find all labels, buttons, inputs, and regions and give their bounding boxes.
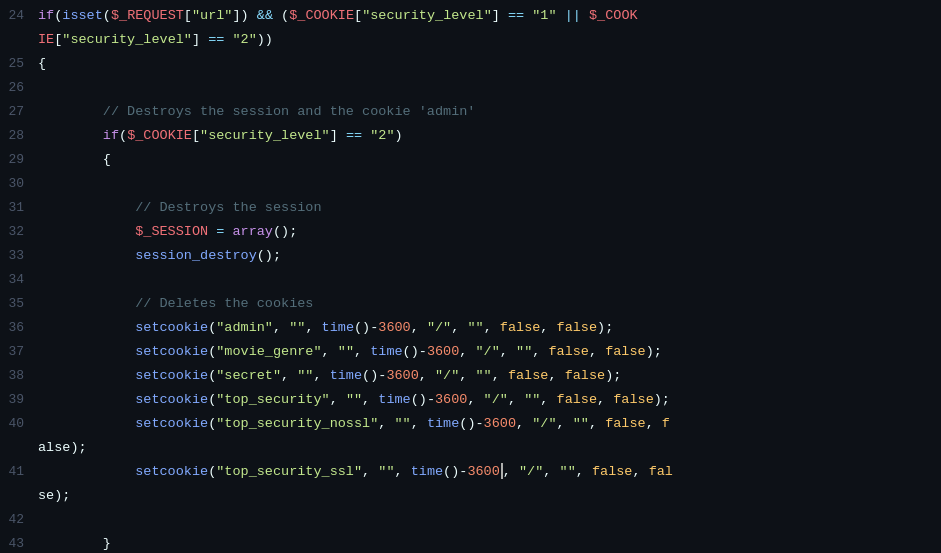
line-number: 29 (0, 148, 36, 172)
table-row: 25{ (0, 52, 941, 76)
table-row: 27 // Destroys the session and the cooki… (0, 100, 941, 124)
line-content (36, 268, 941, 292)
line-number: 37 (0, 340, 36, 364)
line-content: setcookie("movie_genre", "", time()-3600… (36, 340, 941, 364)
table-row: 43 } (0, 532, 941, 553)
line-content: se); (36, 484, 941, 508)
line-content: setcookie("secret", "", time()-3600, "/"… (36, 364, 941, 388)
table-row: 35 // Deletes the cookies (0, 292, 941, 316)
line-number: 40 (0, 412, 36, 436)
line-number: 36 (0, 316, 36, 340)
line-content: session_destroy(); (36, 244, 941, 268)
table-row: 37 setcookie("movie_genre", "", time()-3… (0, 340, 941, 364)
line-number: 28 (0, 124, 36, 148)
line-content: // Destroys the session and the cookie '… (36, 100, 941, 124)
line-number: 24 (0, 4, 36, 28)
line-content: } (36, 532, 941, 553)
table-row: 42 (0, 508, 941, 532)
line-content: setcookie("admin", "", time()-3600, "/",… (36, 316, 941, 340)
table-row: 24if(isset($_REQUEST["url"]) && ($_COOKI… (0, 4, 941, 28)
code-editor: 24if(isset($_REQUEST["url"]) && ($_COOKI… (0, 0, 941, 553)
table-row: 29 { (0, 148, 941, 172)
line-number: 30 (0, 172, 36, 196)
table-row: 31 // Destroys the session (0, 196, 941, 220)
line-content: setcookie("top_security", "", time()-360… (36, 388, 941, 412)
table-row: 36 setcookie("admin", "", time()-3600, "… (0, 316, 941, 340)
table-row: alse); (0, 436, 941, 460)
line-number: 34 (0, 268, 36, 292)
line-content: if(isset($_REQUEST["url"]) && ($_COOKIE[… (36, 4, 941, 28)
line-number: 35 (0, 292, 36, 316)
table-row: 39 setcookie("top_security", "", time()-… (0, 388, 941, 412)
line-number: 31 (0, 196, 36, 220)
line-number: 43 (0, 532, 36, 553)
line-content: { (36, 52, 941, 76)
line-content (36, 508, 941, 532)
line-number: 41 (0, 460, 36, 484)
line-content: { (36, 148, 941, 172)
line-number: 32 (0, 220, 36, 244)
line-number: 25 (0, 52, 36, 76)
table-row: IE["security_level"] == "2")) (0, 28, 941, 52)
line-content: // Destroys the session (36, 196, 941, 220)
line-number: 38 (0, 364, 36, 388)
line-number: 42 (0, 508, 36, 532)
line-content: if($_COOKIE["security_level"] == "2") (36, 124, 941, 148)
line-content: setcookie("top_security_ssl", "", time()… (36, 460, 941, 484)
line-number: 27 (0, 100, 36, 124)
table-row: 32 $_SESSION = array(); (0, 220, 941, 244)
table-row: 26 (0, 76, 941, 100)
line-content: $_SESSION = array(); (36, 220, 941, 244)
line-number: 26 (0, 76, 36, 100)
table-row: 40 setcookie("top_security_nossl", "", t… (0, 412, 941, 436)
table-row: 34 (0, 268, 941, 292)
line-content: // Deletes the cookies (36, 292, 941, 316)
table-row: 30 (0, 172, 941, 196)
line-content: alse); (36, 436, 941, 460)
table-row: 33 session_destroy(); (0, 244, 941, 268)
line-content: setcookie("top_security_nossl", "", time… (36, 412, 941, 436)
table-row: 28 if($_COOKIE["security_level"] == "2") (0, 124, 941, 148)
table-row: 41 setcookie("top_security_ssl", "", tim… (0, 460, 941, 484)
table-row: se); (0, 484, 941, 508)
line-content (36, 172, 941, 196)
line-content: IE["security_level"] == "2")) (36, 28, 941, 52)
line-number: 33 (0, 244, 36, 268)
line-content (36, 76, 941, 100)
line-number: 39 (0, 388, 36, 412)
table-row: 38 setcookie("secret", "", time()-3600, … (0, 364, 941, 388)
